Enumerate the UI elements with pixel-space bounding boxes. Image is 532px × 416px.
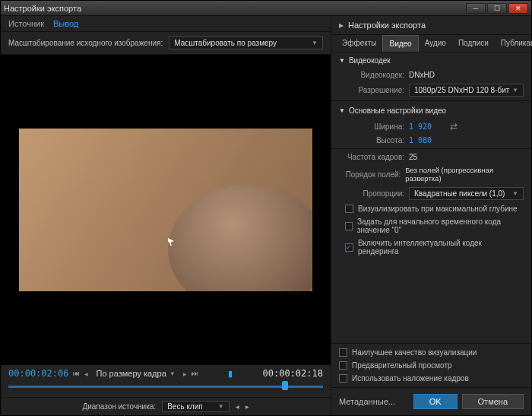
zoom-fit-dropdown[interactable]: По размеру кадра ▼ bbox=[93, 368, 178, 379]
zoom-fit-label: По размеру кадра bbox=[96, 369, 166, 378]
val-fields: Без полей (прогрессивная развертка) bbox=[405, 166, 524, 183]
lbl-starttc: Задать для начального временного кода зн… bbox=[357, 218, 524, 234]
chk-maxdepth[interactable] bbox=[345, 205, 353, 213]
step-right-icon[interactable]: ▶ bbox=[245, 404, 249, 409]
playhead[interactable] bbox=[282, 381, 288, 390]
titlebar: Настройки экспорта ─ ☐ ✕ bbox=[1, 1, 531, 16]
lbl-preview: Предварительный просмотр bbox=[352, 361, 452, 370]
tab-source[interactable]: Источник bbox=[8, 19, 44, 28]
export-settings-window: Настройки экспорта ─ ☐ ✕ Источник Вывод … bbox=[0, 0, 532, 416]
ok-button[interactable]: OK bbox=[413, 394, 458, 409]
lbl-aspect: Пропорции: bbox=[345, 189, 404, 198]
range-dropdown[interactable]: Весь клип ▼ bbox=[162, 401, 229, 412]
scale-value: Масштабировать по размеру bbox=[174, 39, 277, 47]
metadata-link[interactable]: Метаданные... bbox=[339, 397, 395, 406]
val-fps: 25 bbox=[409, 153, 417, 161]
timecode-in[interactable]: 00:00:02:06 bbox=[8, 368, 68, 379]
rtab-publish[interactable]: Публикация bbox=[495, 35, 532, 52]
lbl-resolution: Разрешение: bbox=[345, 86, 404, 94]
rtab-video[interactable]: Видео bbox=[382, 35, 418, 52]
section-export-settings: Настройки экспорта bbox=[348, 21, 426, 30]
lbl-height: Высота: bbox=[345, 136, 404, 144]
lbl-smart: Включить интеллектуальный кодек рендерин… bbox=[358, 239, 524, 256]
close-button[interactable]: ✕ bbox=[508, 3, 528, 14]
settings-pane: ▶ Настройки экспорта Эффекты Видео Аудио… bbox=[331, 16, 531, 415]
step-fwd-icon[interactable]: ▶ bbox=[183, 371, 187, 376]
chevron-down-icon: ▼ bbox=[169, 370, 176, 377]
chevron-down-icon: ▼ bbox=[512, 87, 518, 94]
step-left-icon[interactable]: ◀ bbox=[236, 404, 239, 409]
group-basic: Основные настройки видео bbox=[349, 106, 446, 115]
lbl-maxquality: Наилучшее качество визуализации bbox=[352, 348, 477, 357]
lbl-fps: Частота кадров: bbox=[345, 153, 404, 161]
preview-viewport bbox=[1, 55, 331, 365]
lbl-codec: Видеокодек: bbox=[345, 71, 404, 79]
twirl-down-icon[interactable]: ▼ bbox=[339, 57, 345, 64]
preview-pane: Источник Вывод Масштабирование исходного… bbox=[1, 16, 331, 415]
val-resolution: 1080p/25 DNxHD 120 8-бит bbox=[414, 86, 509, 94]
timecode-out[interactable]: 00:00:02:18 bbox=[263, 368, 323, 379]
rtab-captions[interactable]: Подписи bbox=[452, 35, 495, 52]
maximize-button[interactable]: ☐ bbox=[487, 3, 507, 14]
lbl-frameblend: Использовать наложение кадров bbox=[352, 374, 469, 383]
link-icon[interactable]: ⇄ bbox=[450, 121, 458, 132]
scale-dropdown[interactable]: Масштабировать по размеру ▼ bbox=[169, 37, 323, 49]
marker-icon[interactable]: ▮ bbox=[228, 369, 233, 379]
chk-starttc[interactable] bbox=[345, 222, 353, 230]
tab-output[interactable]: Вывод bbox=[53, 19, 78, 28]
lbl-maxdepth: Визуализировать при максимальной глубине bbox=[358, 205, 518, 213]
chk-preview[interactable] bbox=[339, 361, 347, 370]
chk-maxquality[interactable] bbox=[339, 348, 347, 357]
rtab-effects[interactable]: Эффекты bbox=[336, 35, 382, 52]
step-fwd-far-icon[interactable]: ⏭ bbox=[192, 370, 198, 377]
scale-label: Масштабирование исходного изображения: bbox=[8, 39, 163, 47]
twirl-down-icon[interactable]: ▼ bbox=[339, 107, 345, 114]
val-width[interactable]: 1 920 bbox=[409, 122, 432, 131]
chk-smart[interactable]: ✓ bbox=[345, 243, 353, 252]
chevron-right-icon[interactable]: ▶ bbox=[339, 22, 344, 29]
rtab-audio[interactable]: Аудио bbox=[419, 35, 452, 52]
val-height[interactable]: 1 080 bbox=[409, 136, 432, 144]
step-back-icon[interactable]: ◀ bbox=[84, 371, 88, 376]
range-value: Весь клип bbox=[167, 402, 203, 411]
chk-frameblend[interactable] bbox=[339, 374, 347, 383]
group-codec: Видеокодек bbox=[349, 56, 391, 65]
minimize-button[interactable]: ─ bbox=[466, 3, 486, 14]
val-codec: DNxHD bbox=[409, 71, 435, 79]
chevron-down-icon: ▼ bbox=[512, 190, 518, 197]
val-aspect: Квадратные пиксели (1,0) bbox=[414, 189, 505, 198]
chevron-down-icon: ▼ bbox=[312, 40, 318, 46]
cancel-button[interactable]: Отмена bbox=[462, 394, 524, 409]
preview-image bbox=[19, 129, 312, 291]
resolution-dropdown[interactable]: 1080p/25 DNxHD 120 8-бит ▼ bbox=[409, 84, 524, 97]
lbl-width: Ширина: bbox=[345, 122, 404, 131]
range-label: Диапазон источника: bbox=[82, 402, 156, 411]
aspect-dropdown[interactable]: Квадратные пиксели (1,0) ▼ bbox=[409, 187, 524, 200]
window-title: Настройки экспорта bbox=[4, 4, 81, 13]
timeline-slider[interactable] bbox=[8, 382, 323, 391]
step-back-far-icon[interactable]: ⏮ bbox=[73, 370, 80, 377]
chevron-down-icon: ▼ bbox=[218, 403, 224, 410]
lbl-fields: Порядок полей: bbox=[345, 170, 401, 179]
